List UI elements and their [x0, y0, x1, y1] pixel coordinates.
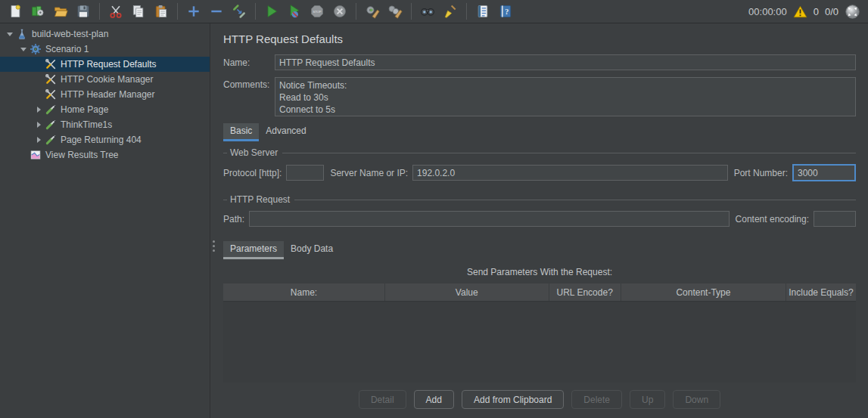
search-icon[interactable]: [417, 2, 438, 21]
tree-item-label: build-web-test-plan: [32, 29, 108, 39]
up-button[interactable]: Up: [630, 390, 665, 409]
config-element-icon: [44, 58, 57, 70]
tree-item-http-request-defaults[interactable]: HTTP Request Defaults: [0, 57, 210, 72]
path-row: Path: Content encoding:: [223, 211, 856, 227]
help-icon[interactable]: ?: [495, 2, 516, 21]
cut-icon[interactable]: [105, 2, 126, 21]
start-no-timers-icon[interactable]: [284, 2, 305, 21]
web-server-legend: Web Server: [223, 147, 856, 158]
tree-item-home-page[interactable]: Home Page: [0, 102, 210, 117]
open-file-icon[interactable]: [50, 2, 71, 21]
tree-item-test-plan[interactable]: build-web-test-plan: [0, 26, 210, 42]
down-button[interactable]: Down: [673, 390, 720, 409]
name-row: Name:: [223, 54, 856, 70]
parameters-table-body[interactable]: [223, 301, 856, 382]
paste-icon[interactable]: [151, 2, 172, 21]
function-helper-icon[interactable]: [472, 2, 493, 21]
tree-item-view-results-tree[interactable]: View Results Tree: [0, 147, 210, 163]
shutdown-icon[interactable]: [329, 2, 350, 21]
content-encoding-input[interactable]: [814, 211, 856, 227]
toolbar: STOP ? 00:00:00 0 0/0: [0, 0, 868, 23]
detail-button[interactable]: Detail: [359, 390, 406, 409]
column-header-url-encode[interactable]: URL Encode?: [549, 283, 621, 301]
tree-item-thinktime1s[interactable]: ThinkTime1s: [0, 117, 210, 132]
tree-item-scenario-1[interactable]: Scenario 1: [0, 42, 210, 57]
results-tree-icon: [29, 149, 42, 161]
path-label: Path:: [223, 214, 244, 224]
config-element-icon: [44, 88, 57, 101]
tab-basic[interactable]: Basic: [223, 123, 259, 141]
web-server-row: Protocol [http]: Server Name or IP: Port…: [223, 164, 856, 181]
tree-item-label: HTTP Cookie Manager: [61, 74, 154, 85]
tree-item-label: Home Page: [61, 104, 108, 115]
protocol-label: Protocol [http]:: [223, 168, 282, 178]
column-header-content-type[interactable]: Content-Type: [621, 283, 786, 301]
tab-parameters[interactable]: Parameters: [223, 241, 284, 259]
server-label: Server Name or IP:: [330, 168, 408, 178]
tree-item-http-cookie-manager[interactable]: HTTP Cookie Manager: [0, 72, 210, 87]
toolbar-separator: [99, 3, 100, 20]
comments-row: Comments: Notice Timeouts: Read to 30s C…: [223, 77, 856, 116]
comments-label: Comments:: [223, 79, 275, 90]
table-button-row: Detail Add Add from Clipboard Delete Up …: [223, 390, 856, 409]
protocol-input[interactable]: [286, 165, 324, 181]
expander-icon[interactable]: [33, 122, 44, 128]
comments-input[interactable]: Notice Timeouts: Read to 30s Connect to …: [275, 77, 856, 116]
config-element-icon: [44, 73, 57, 85]
http-request-legend: HTTP Request: [223, 194, 856, 205]
toolbar-status-area: 00:00:00 0 0/0: [748, 4, 863, 20]
add-icon[interactable]: [183, 2, 204, 21]
tree-item-label: HTTP Header Manager: [61, 89, 155, 100]
new-file-icon[interactable]: [5, 2, 26, 21]
path-input[interactable]: [249, 211, 730, 227]
add-from-clipboard-button[interactable]: Add from Clipboard: [462, 390, 564, 409]
splitter-grip-icon[interactable]: [213, 238, 215, 254]
expander-icon[interactable]: [18, 48, 29, 51]
warning-icon[interactable]: [793, 5, 807, 18]
expander-icon[interactable]: [5, 33, 15, 36]
column-header-value[interactable]: Value: [385, 283, 549, 301]
svg-text:?: ?: [505, 8, 509, 16]
column-header-include-equals[interactable]: Include Equals?: [786, 283, 856, 301]
toolbar-separator: [177, 3, 178, 20]
port-input[interactable]: [792, 164, 856, 181]
toolbar-separator: [466, 3, 467, 20]
toolbar-separator: [411, 3, 412, 20]
tree-item-label: View Results Tree: [45, 150, 119, 160]
parameters-table-header: Name: Value URL Encode? Content-Type Inc…: [223, 283, 856, 301]
test-plan-tree: build-web-test-plan Scenario 1 HTTP Requ…: [0, 23, 210, 418]
save-icon[interactable]: [73, 2, 94, 21]
server-input[interactable]: [412, 165, 728, 181]
expander-icon[interactable]: [33, 107, 44, 113]
expander-icon[interactable]: [33, 137, 44, 143]
test-plan-icon: [15, 28, 28, 40]
tab-advanced[interactable]: Advanced: [259, 123, 313, 141]
tree-item-label: ThinkTime1s: [61, 119, 112, 130]
remove-icon[interactable]: [206, 2, 227, 21]
tree-item-http-header-manager[interactable]: HTTP Header Manager: [0, 87, 210, 102]
parameters-table-caption: Send Parameters With the Request:: [223, 267, 856, 277]
search-reset-icon[interactable]: [440, 2, 461, 21]
delete-button[interactable]: Delete: [571, 390, 622, 409]
name-label: Name:: [223, 57, 275, 68]
copy-icon[interactable]: [128, 2, 149, 21]
toggle-icon[interactable]: [229, 2, 250, 21]
active-threads: 0/0: [825, 6, 838, 17]
toolbar-separator: [255, 3, 256, 20]
start-icon[interactable]: [261, 2, 282, 21]
clear-icon[interactable]: [362, 2, 383, 21]
sampler-icon: [44, 134, 57, 146]
clear-all-icon[interactable]: [384, 2, 406, 21]
panel-splitter[interactable]: [210, 23, 217, 418]
add-button[interactable]: Add: [414, 390, 454, 409]
element-editor-panel: HTTP Request Defaults Name: Comments: No…: [217, 23, 868, 418]
tab-body-data[interactable]: Body Data: [284, 241, 340, 259]
tree-item-page-returning-404[interactable]: Page Returning 404: [0, 132, 210, 147]
thread-group-icon: [29, 43, 42, 55]
svg-text:STOP: STOP: [313, 10, 321, 14]
name-input[interactable]: [275, 54, 856, 70]
templates-icon[interactable]: [27, 2, 48, 21]
jmeter-sphere-icon: [845, 4, 860, 20]
stop-icon[interactable]: STOP: [306, 2, 328, 21]
column-header-name[interactable]: Name:: [223, 283, 385, 301]
